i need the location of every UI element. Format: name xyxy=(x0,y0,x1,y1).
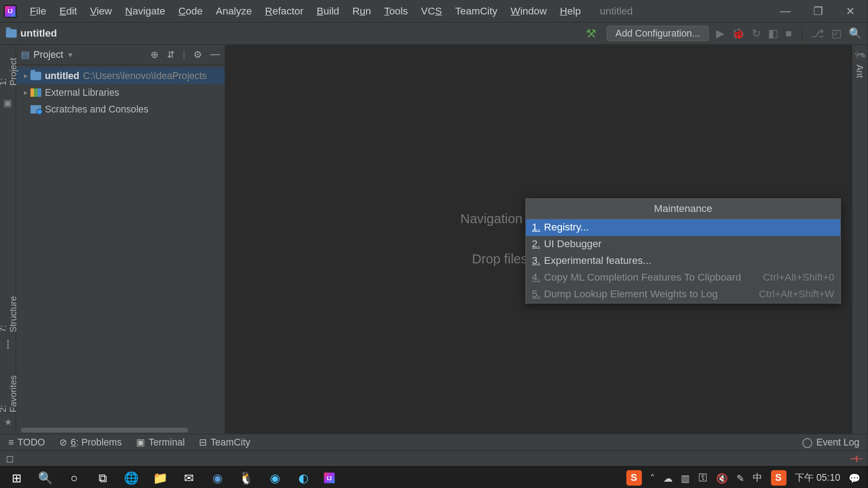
taskbar-app-mail[interactable]: ✉ xyxy=(175,466,203,488)
window-icon[interactable]: ◻ xyxy=(6,453,14,464)
popup-item-2[interactable]: 2.UI Debugger xyxy=(526,236,840,253)
run-icon[interactable]: ▶ xyxy=(716,27,725,40)
search-everywhere-icon[interactable]: ◰ xyxy=(831,27,841,40)
profile-icon[interactable]: ◧ xyxy=(768,27,778,40)
project-tool-window: ▤ Project ▼ ⊕ ⇵ | ⚙ — ▸ untitled C:\User… xyxy=(16,45,226,434)
maintenance-popup: Maintenance 1.Registry...2.UI Debugger3.… xyxy=(525,198,841,304)
popup-item-shortcut: Ctrl+Alt+Shift+0 xyxy=(763,272,834,284)
menu-run[interactable]: Run xyxy=(346,3,377,19)
tray-cloud-icon[interactable]: ☁ xyxy=(663,472,673,483)
menu-window[interactable]: Window xyxy=(505,3,552,19)
toolbar: untitled ⚒ Add Configuration... ▶ 🐞 ↻ ◧ … xyxy=(0,22,868,45)
build-icon[interactable]: ⚒ xyxy=(586,26,597,41)
tool-window-eventlog[interactable]: ◯Event Log xyxy=(802,436,859,448)
taskbar-app-explorer[interactable]: 📁 xyxy=(146,466,175,488)
editor-area[interactable]: Navigation Bar Alt+Home Drop files here … xyxy=(225,45,851,434)
folder-gutter-icon[interactable]: ▣ xyxy=(3,98,12,109)
menu-analyze[interactable]: Analyze xyxy=(210,3,258,19)
expand-arrow-icon[interactable]: ▸ xyxy=(21,89,30,97)
menu-teamcity[interactable]: TeamCity xyxy=(449,3,503,19)
tray-app-icon-2[interactable]: S xyxy=(771,470,786,485)
menu-edit[interactable]: Edit xyxy=(53,3,83,19)
start-button[interactable]: ⊞ xyxy=(2,466,31,488)
tool-window-teamcity[interactable]: ⊟TeamCity xyxy=(199,436,250,448)
chevron-down-icon[interactable]: ▼ xyxy=(67,51,74,59)
separator xyxy=(802,26,802,41)
status-indicator[interactable]: ⊣⊢ xyxy=(850,454,862,463)
popup-item-number: 5. xyxy=(532,289,541,300)
horizontal-scrollbar[interactable] xyxy=(16,427,225,434)
tray-wifi-icon[interactable]: ⚿ xyxy=(698,473,708,483)
tree-project-root[interactable]: ▸ untitled C:\Users\lenovo\IdeaProjects xyxy=(16,67,225,84)
ant-icon: 🐜 xyxy=(854,48,866,60)
locate-icon[interactable]: ⊕ xyxy=(151,49,158,60)
hide-tool-window-icon[interactable]: — xyxy=(210,49,220,60)
close-button[interactable]: ✕ xyxy=(842,5,859,18)
tool-window-ant-tab[interactable]: Ant xyxy=(853,60,867,83)
window-title: untitled xyxy=(600,5,632,17)
left-gutter: 1: Project ▣ 7: Structure ┇ 2: Favorites… xyxy=(0,45,16,434)
menu-vcs[interactable]: VCS xyxy=(415,3,448,19)
stop-icon[interactable]: ■ xyxy=(785,27,792,40)
tray-notifications-icon[interactable]: 💬 xyxy=(849,472,860,483)
taskbar-app-intellij[interactable]: IJ xyxy=(318,466,346,488)
menu-refactor[interactable]: Refactor xyxy=(259,3,309,19)
tray-volume-icon[interactable]: 🔇 xyxy=(716,472,728,483)
tray-chevron-up-icon[interactable]: ˄ xyxy=(650,472,655,483)
project-view-icon: ▤ xyxy=(21,49,30,60)
taskbar-app-4[interactable]: ◐ xyxy=(289,466,318,488)
taskbar-app-2[interactable]: 🐧 xyxy=(232,466,260,488)
coverage-icon[interactable]: ↻ xyxy=(752,27,761,40)
tray-pen-icon[interactable]: ✎ xyxy=(736,472,744,483)
search-button[interactable]: 🔍 xyxy=(31,466,60,488)
taskbar-app-3[interactable]: ◉ xyxy=(260,466,289,488)
tool-window-terminal[interactable]: ▣Terminal xyxy=(136,436,185,448)
tree-scratches[interactable]: ▸ Scratches and Consoles xyxy=(16,101,225,117)
menu-navigate[interactable]: Navigate xyxy=(119,3,171,19)
menu-build[interactable]: Build xyxy=(311,3,345,19)
project-view-header: ▤ Project ▼ ⊕ ⇵ | ⚙ — xyxy=(16,45,225,65)
tray-battery-icon[interactable]: ▥ xyxy=(681,472,690,483)
tool-window-problems[interactable]: ⊘6: Problems xyxy=(59,436,122,448)
app-icon: IJ xyxy=(4,5,17,18)
search-icon[interactable]: 🔍 xyxy=(849,27,862,40)
menu-file[interactable]: File xyxy=(24,3,52,19)
tray-clock[interactable]: 下午 05:10 xyxy=(795,472,840,484)
project-view-title[interactable]: Project xyxy=(33,49,63,60)
menu-help[interactable]: Help xyxy=(554,3,587,19)
tool-window-project-tab[interactable]: 1: Project xyxy=(0,48,20,90)
popup-item-label: Experimental features... xyxy=(544,255,651,267)
popup-title: Maintenance xyxy=(526,199,840,219)
tray-ime-icon[interactable]: 中 xyxy=(753,472,762,484)
popup-item-3[interactable]: 3.Experimental features... xyxy=(526,253,840,269)
tool-window-todo[interactable]: ≡TODO xyxy=(9,437,45,448)
popup-item-1[interactable]: 1.Registry... xyxy=(526,219,840,236)
minimize-button[interactable]: — xyxy=(776,5,794,18)
tree-root-path: C:\Users\lenovo\IdeaProjects xyxy=(83,70,207,81)
taskbar-app-1[interactable]: ◉ xyxy=(203,466,231,488)
tool-window-structure-tab[interactable]: 7: Structure xyxy=(0,288,20,338)
expand-arrow-icon[interactable]: ▸ xyxy=(21,72,30,80)
debug-icon[interactable]: 🐞 xyxy=(731,27,745,40)
git-icon[interactable]: ⎇ xyxy=(811,27,824,40)
task-view-button[interactable]: ⧉ xyxy=(89,466,117,488)
tree-external-libraries[interactable]: ▸ External Libraries xyxy=(16,84,225,101)
taskbar-app-edge[interactable]: 🌐 xyxy=(117,466,146,488)
cortana-button[interactable]: ○ xyxy=(60,466,88,488)
gear-icon[interactable]: ⚙ xyxy=(193,49,202,60)
collapse-all-icon[interactable]: ⇵ xyxy=(167,49,175,60)
bubble-icon: ◯ xyxy=(802,436,813,448)
tool-window-favorites-tab[interactable]: 2: Favorites xyxy=(0,367,20,417)
tray-app-icon[interactable]: S xyxy=(626,470,642,485)
popup-item-shortcut: Ctrl+Alt+Shift+W xyxy=(759,289,835,300)
menu-view[interactable]: View xyxy=(84,3,118,19)
scratches-icon xyxy=(30,105,41,114)
project-name-breadcrumb[interactable]: untitled xyxy=(20,28,57,39)
popup-item-label: UI Debugger xyxy=(544,238,601,250)
popup-item-number: 1. xyxy=(532,221,541,233)
menu-tools[interactable]: Tools xyxy=(378,3,414,19)
add-configuration-button[interactable]: Add Configuration... xyxy=(606,26,709,41)
popup-item-number: 2. xyxy=(532,238,541,250)
menu-code[interactable]: Code xyxy=(172,3,208,19)
maximize-button[interactable]: ❐ xyxy=(810,5,826,18)
